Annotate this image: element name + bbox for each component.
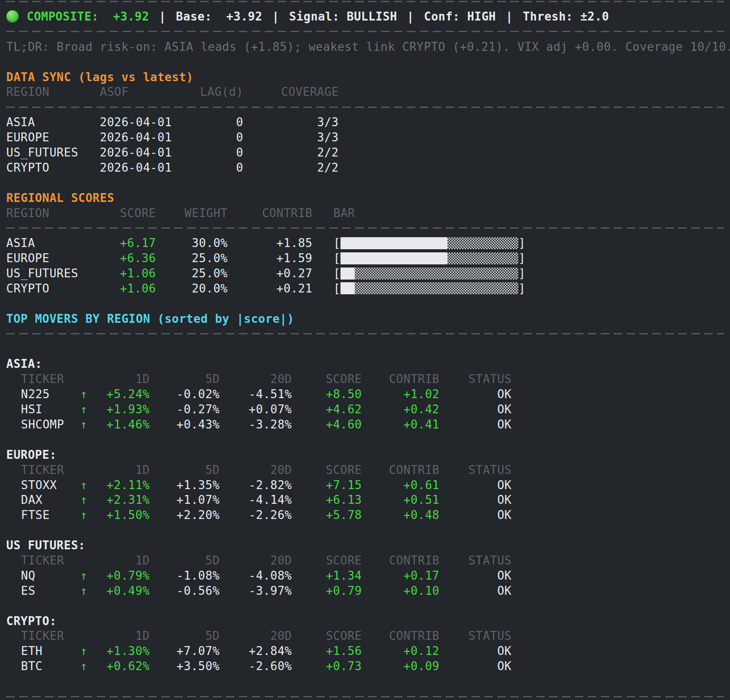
weight-cell: 25.0% (156, 267, 228, 280)
up-arrow-icon: ↑ (80, 508, 94, 522)
asof-cell: 2026-04-01 (100, 115, 171, 129)
status-cell: OK (439, 584, 512, 597)
bar-fill (340, 252, 447, 264)
coverage-cell: 2/2 (243, 161, 339, 174)
movers-header-row: TICKER 1D 5D 20D SCORE CONTRIB STATUS (6, 629, 724, 644)
movers-rows: ETH ↑ +1.30% +7.07% +2.84% +1.56 +0.12 O… (6, 643, 724, 674)
movers-header-row: TICKER 1D 5D 20D SCORE CONTRIB STATUS (6, 371, 724, 387)
terminal-screen: COMPOSITE: +3.92 | Base: +3.92 | Signal:… (0, 0, 730, 700)
mover-row: N225 ↑ +5.24% -0.02% -4.51% +8.50 +1.02 … (6, 387, 724, 402)
col-1d: 1D (94, 463, 150, 477)
data-sync-row: ASIA 2026-04-01 0 3/3 (6, 115, 724, 130)
col-coverage: COVERAGE (243, 85, 339, 99)
contrib-cell: +0.27 (228, 267, 312, 280)
region-cell: US_FUTURES (6, 146, 100, 159)
up-arrow-icon: ↑ (80, 644, 94, 658)
1d-cell: +0.49% (94, 584, 150, 597)
status-cell: OK (439, 569, 512, 582)
5d-cell: +2.20% (150, 508, 220, 522)
regional-score-row: ASIA +6.17 30.0% +1.85 [ ] (6, 235, 724, 251)
header-segment-text: Signal: BULLISH (289, 10, 397, 23)
bar-fill (340, 268, 355, 280)
top-divider (6, 0, 724, 9)
mover-row: STOXX ↑ +2.11% +1.35% -2.82% +7.15 +0.61… (6, 478, 724, 493)
col-ticker: TICKER (6, 554, 80, 567)
ticker-cell: ES (6, 584, 80, 597)
col-ticker: TICKER (6, 463, 80, 477)
col-contrib: CONTRIB (362, 629, 439, 642)
movers-rows: STOXX ↑ +2.11% +1.35% -2.82% +7.15 +0.61… (6, 478, 724, 523)
bar-fill (340, 282, 355, 294)
weight-cell: 30.0% (156, 236, 228, 250)
col-status: STATUS (439, 554, 512, 567)
bar-track (340, 237, 518, 249)
1d-cell: +0.79% (94, 569, 150, 582)
20d-cell: -3.97% (220, 584, 292, 597)
mover-row: ETH ↑ +1.30% +7.07% +2.84% +1.56 +0.12 O… (6, 643, 724, 659)
dashed-rule (6, 31, 724, 32)
bar-open-bracket: [ (333, 282, 340, 295)
score-bar: [ ] (333, 251, 724, 265)
col-1d: 1D (94, 554, 150, 567)
20d-cell: -3.28% (220, 418, 292, 431)
mover-row: BTC ↑ +0.62% +3.50% -2.60% +0.73 +0.09 O… (6, 659, 724, 674)
region-cell: EUROPE (6, 131, 100, 144)
top-movers-title: TOP MOVERS BY REGION (sorted by |score|) (6, 311, 724, 326)
pipe-separator: | (159, 10, 166, 23)
bar-track (340, 282, 518, 294)
contrib-cell: +0.12 (362, 644, 439, 658)
score-cell: +6.17 (105, 236, 156, 250)
bar-close-bracket: ] (518, 267, 525, 280)
data-sync-rows: ASIA 2026-04-01 0 3/3 EUROPE 2026-04-01 … (6, 115, 724, 175)
asof-cell: 2026-04-01 (100, 146, 171, 159)
col-ticker: TICKER (6, 629, 80, 642)
blank-line (6, 54, 724, 70)
bar-open-bracket: [ (333, 236, 340, 250)
status-cell: OK (439, 493, 512, 506)
bar-track (340, 268, 518, 280)
score-bar: [ ] (333, 236, 724, 250)
bar-open-bracket: [ (333, 251, 340, 265)
col-score: SCORE (292, 554, 362, 567)
col-region: REGION (6, 85, 100, 99)
lag-cell: 0 (171, 146, 243, 159)
asof-cell: 2026-04-01 (100, 161, 171, 174)
1d-cell: +1.46% (94, 418, 150, 431)
col-5d: 5D (150, 372, 220, 386)
score-cell: +5.78 (292, 508, 362, 522)
lag-cell: 0 (171, 131, 243, 144)
contrib-cell: +0.48 (362, 508, 439, 522)
score-cell: +1.06 (105, 267, 156, 280)
dashed-rule (6, 333, 724, 334)
regional-score-row: EUROPE +6.36 25.0% +1.59 [ ] (6, 251, 724, 266)
mover-row: NQ ↑ +0.79% -1.08% -4.08% +1.34 +0.17 OK (6, 568, 724, 583)
regional-scores-header-row: REGION SCORE WEIGHT CONTRIB BAR (6, 206, 724, 221)
col-20d: 20D (220, 629, 292, 642)
weight-cell: 25.0% (156, 251, 228, 265)
col-20d: 20D (220, 372, 292, 386)
bar-fill (340, 237, 447, 249)
data-sync-title: DATA SYNC (lags vs latest) (6, 70, 724, 85)
header-segment-text: Thresh: ±2.0 (523, 10, 609, 23)
up-arrow-icon: ↑ (80, 659, 94, 673)
coverage-cell: 3/3 (243, 115, 339, 129)
up-arrow-icon: ↑ (80, 418, 94, 431)
score-cell: +7.15 (292, 478, 362, 492)
5d-cell: +0.43% (150, 418, 220, 431)
score-cell: +1.56 (292, 644, 362, 658)
col-20d: 20D (220, 463, 292, 477)
coverage-cell: 2/2 (243, 146, 339, 159)
composite-header: COMPOSITE: +3.92 | Base: +3.92 | Signal:… (6, 9, 724, 24)
bar-open-bracket: [ (333, 267, 340, 280)
header-segment: | Thresh: ±2.0 (496, 10, 609, 23)
movers-section-name: US FUTURES: (6, 538, 724, 553)
score-cell: +6.36 (105, 251, 156, 265)
data-sync-divider (6, 99, 724, 115)
bottom-divider (6, 689, 724, 700)
ticker-cell: BTC (6, 659, 80, 673)
pipe-separator: | (272, 10, 279, 23)
data-sync-row: US_FUTURES 2026-04-01 0 2/2 (6, 145, 724, 160)
region-cell: US_FUTURES (6, 267, 105, 280)
20d-cell: +2.84% (220, 644, 292, 658)
region-cell: ASIA (6, 115, 100, 129)
